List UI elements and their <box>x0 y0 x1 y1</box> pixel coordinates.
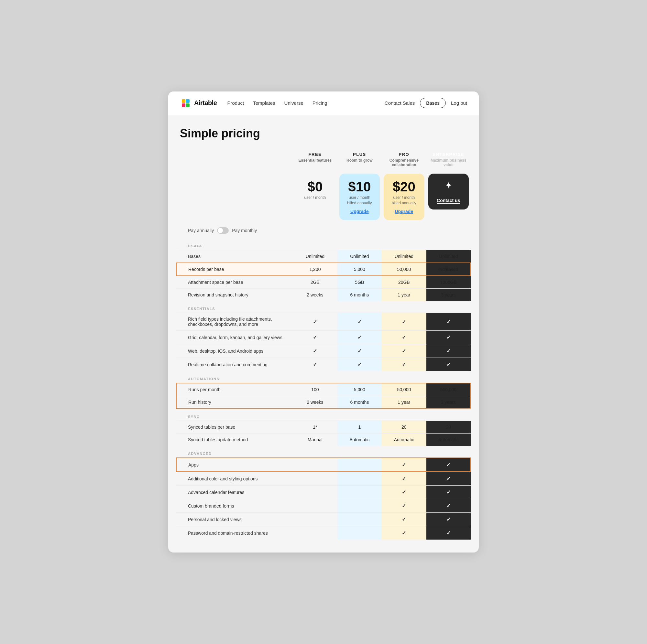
feature-runs-enterprise: 500,000 <box>426 383 471 396</box>
plan-pro-tagline: Comprehensive collaboration <box>389 158 419 171</box>
page-title: Simple pricing <box>180 127 467 140</box>
feature-revision-plus: 6 months <box>338 289 382 301</box>
feature-rich-fields-free: ✓ <box>293 313 337 331</box>
section-essentials-label-row: ESSENTIALS <box>176 301 471 313</box>
section-automations-label-row: AUTOMATIONS <box>176 371 471 383</box>
nav-link-templates[interactable]: Templates <box>253 100 275 106</box>
feature-run-history-label: Run history <box>176 396 293 409</box>
nav-link-pricing[interactable]: Pricing <box>312 100 328 106</box>
plus-upgrade-button[interactable]: Upgrade <box>350 209 369 214</box>
svg-rect-3 <box>182 103 186 107</box>
plan-pro-header: PRO Comprehensive collaboration <box>382 149 426 171</box>
feature-revision-enterprise: 3 years <box>426 289 471 301</box>
feature-branded-forms-pro: ✓ <box>382 499 426 513</box>
pay-annually-label: Pay annually <box>188 228 214 233</box>
price-card-plus: $10 user / monthbilled annually Upgrade <box>339 174 380 221</box>
feature-calendar-plus <box>338 486 382 499</box>
pro-upgrade-button[interactable]: Upgrade <box>395 209 413 214</box>
feature-row-rich-fields: Rich field types including file attachme… <box>176 313 471 331</box>
feature-bases-pro: Unlimited <box>382 250 426 263</box>
feature-branded-forms-enterprise: ✓ <box>426 499 471 513</box>
feature-password-shares-label: Password and domain-restricted shares <box>176 526 293 540</box>
feature-realtime-plus: ✓ <box>338 358 382 372</box>
plan-plus-header: PLUS Room to grow <box>338 149 382 171</box>
logo-area[interactable]: Airtable <box>180 97 217 109</box>
feature-password-shares-pro: ✓ <box>382 526 426 540</box>
feature-attachment-enterprise: 1000GB <box>426 276 471 289</box>
plan-header-row: FREE Essential features PLUS Room to gro… <box>176 149 471 171</box>
feature-row-bases: Bases Unlimited Unlimited Unlimited Unli… <box>176 250 471 263</box>
feature-revision-pro: 1 year <box>382 289 426 301</box>
feature-records-plus: 5,000 <box>338 263 382 276</box>
bases-button[interactable]: Bases <box>420 98 446 108</box>
feature-grid-views-label: Grid, calendar, form, kanban, and galler… <box>176 331 293 344</box>
feature-bases-label: Bases <box>176 250 293 263</box>
feature-realtime-label: Realtime collaboration and commenting <box>176 358 293 372</box>
section-essentials-label: ESSENTIALS <box>176 301 471 313</box>
feature-locked-views-pro: ✓ <box>382 513 426 526</box>
feature-synced-tables-enterprise: 20 <box>426 421 471 433</box>
feature-row-synced-tables: Synced tables per base 1* 1 20 20 <box>176 421 471 433</box>
nav-link-universe[interactable]: Universe <box>284 100 303 106</box>
feature-row-color: Additional color and styling options ✓ ✓ <box>176 472 471 486</box>
contact-sales-link[interactable]: Contact Sales <box>385 100 415 106</box>
section-sync-label: SYNC <box>176 409 471 421</box>
feature-advanced-apps-label: Apps <box>176 458 293 472</box>
empty-header <box>176 149 293 171</box>
svg-rect-4 <box>186 103 190 107</box>
feature-attachment-label: Attachment space per base <box>176 276 293 289</box>
feature-realtime-pro: ✓ <box>382 358 426 372</box>
billing-toggle[interactable] <box>217 227 229 234</box>
feature-locked-views-enterprise: ✓ <box>426 513 471 526</box>
feature-row-password-shares: Password and domain-restricted shares ✓ … <box>176 526 471 540</box>
feature-rich-fields-pro: ✓ <box>382 313 426 331</box>
navbar: Airtable Product Templates Universe Pric… <box>168 91 479 115</box>
nav-link-product[interactable]: Product <box>227 100 244 106</box>
feature-grid-views-pro: ✓ <box>382 331 426 344</box>
plan-pro-name: PRO <box>382 149 426 158</box>
plan-plus-name: PLUS <box>338 149 382 158</box>
feature-row-advanced-apps: Apps ✓ ✓ <box>176 458 471 472</box>
feature-row-sync-method: Synced tables update method Manual Autom… <box>176 433 471 446</box>
feature-revision-label: Revision and snapshot history <box>176 289 293 301</box>
feature-calendar-pro: ✓ <box>382 486 426 499</box>
billing-toggle-area: Pay annually Pay monthly <box>176 223 471 238</box>
feature-records-enterprise: Increased <box>426 263 471 276</box>
svg-rect-1 <box>182 99 186 103</box>
feature-bases-plus: Unlimited <box>338 250 382 263</box>
logout-link[interactable]: Log out <box>451 100 467 106</box>
feature-sync-method-label: Synced tables update method <box>176 433 293 446</box>
feature-advanced-apps-plus <box>338 458 382 472</box>
price-card-pro: $20 user / monthbilled annually Upgrade <box>384 174 424 221</box>
contact-us-button[interactable]: Contact us <box>437 198 460 204</box>
price-card-enterprise-cell: ✦ Contact us <box>426 171 471 223</box>
feature-synced-tables-pro: 20 <box>382 421 426 433</box>
price-card-plus-cell: $10 user / monthbilled annually Upgrade <box>338 171 382 223</box>
feature-branded-forms-plus <box>338 499 382 513</box>
feature-rich-fields-label: Rich field types including file attachme… <box>176 313 293 331</box>
feature-password-shares-free <box>293 526 337 540</box>
page-wrapper: Airtable Product Templates Universe Pric… <box>168 91 479 553</box>
pricing-header: Simple pricing <box>168 115 479 140</box>
feature-realtime-enterprise: ✓ <box>426 358 471 372</box>
price-card-pro-cell: $20 user / monthbilled annually Upgrade <box>382 171 426 223</box>
plan-enterprise-header: ENTERPRISE Maximum business value <box>426 149 471 171</box>
airtable-logo-icon <box>180 97 192 109</box>
feature-rich-fields-enterprise: ✓ <box>426 313 471 331</box>
svg-rect-0 <box>180 97 192 109</box>
price-card-free-cell: $0 user / month <box>293 171 337 223</box>
feature-apps-pro: ✓ <box>382 344 426 358</box>
price-plus-amount: $10 <box>343 180 376 194</box>
plan-enterprise-tagline: Maximum business value <box>426 158 471 171</box>
feature-locked-views-label: Personal and locked views <box>176 513 293 526</box>
feature-apps-plus: ✓ <box>338 344 382 358</box>
logo-text: Airtable <box>194 99 217 107</box>
feature-row-branded-forms: Custom branded forms ✓ ✓ <box>176 499 471 513</box>
feature-runs-free: 100 <box>293 383 337 396</box>
section-usage-label: USAGE <box>176 238 471 250</box>
plan-enterprise-name: ENTERPRISE <box>426 149 471 158</box>
feature-grid-views-plus: ✓ <box>338 331 382 344</box>
feature-row-grid-views: Grid, calendar, form, kanban, and galler… <box>176 331 471 344</box>
feature-run-history-free: 2 weeks <box>293 396 337 409</box>
feature-advanced-apps-pro: ✓ <box>382 458 426 472</box>
